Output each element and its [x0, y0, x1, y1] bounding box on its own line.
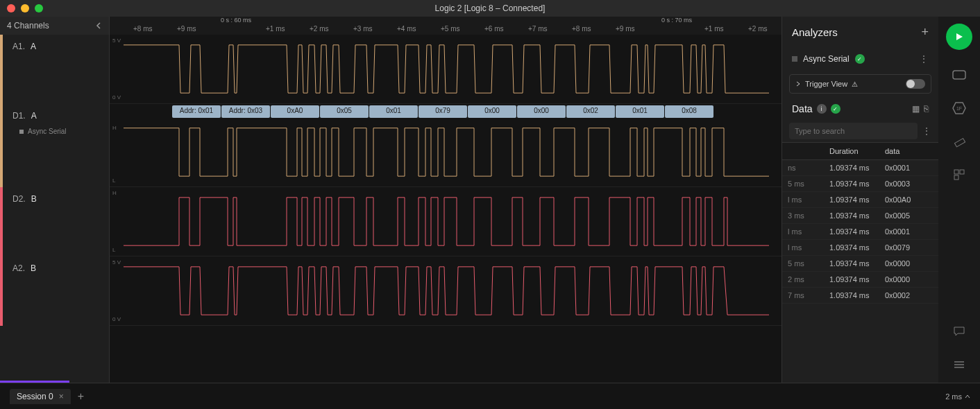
waveform-d1[interactable]: H L Addr: 0x01 Addr: 0x03 0xA0 0x05 0x01…	[110, 104, 782, 187]
trigger-view-row[interactable]: Trigger View ⚠	[789, 74, 931, 94]
check-icon: ✓	[831, 104, 840, 114]
svg-text:1F: 1F	[956, 106, 962, 111]
zoom-indicator[interactable]: 2 ms	[945, 392, 970, 401]
data-options-button[interactable]: ⋮	[922, 125, 931, 137]
add-analyzer-button[interactable]: +	[921, 25, 929, 40]
check-icon: ✓	[855, 54, 865, 64]
table-row[interactable]: 7 ms1.09374 ms0x0002	[782, 288, 938, 304]
channel-sidebar: 4 Channels A1.A D1.A Async Serial D2.B A…	[0, 17, 110, 383]
start-capture-button[interactable]	[946, 24, 972, 50]
table-row[interactable]: l ms1.09374 ms0x0079	[782, 240, 938, 256]
window-title: Logic 2 [Logic 8 – Connected]	[435, 3, 546, 13]
svg-rect-5	[954, 175, 958, 180]
time-ruler[interactable]: 0 s : 60 ms 0 s : 70 ms +8 ms +9 ms +1 m…	[110, 17, 782, 35]
close-window-button[interactable]	[7, 4, 15, 12]
data-search-input[interactable]	[789, 123, 918, 139]
feedback-icon[interactable]	[951, 323, 968, 340]
channel-analyzer-label: Async Serial	[12, 128, 99, 135]
maximize-window-button[interactable]	[35, 4, 43, 12]
waveform-a2[interactable]: 5 V 0 V	[110, 256, 782, 326]
table-row[interactable]: 5 ms1.09374 ms0x0003	[782, 176, 938, 192]
hex-1f-icon[interactable]: 1F	[951, 100, 968, 116]
trigger-toggle[interactable]	[906, 79, 925, 89]
add-session-button[interactable]: +	[78, 390, 84, 403]
table-row[interactable]: 5 ms1.09374 ms0x0000	[782, 256, 938, 272]
session-tab[interactable]: Session 0 ×	[10, 389, 71, 404]
window-controls	[0, 4, 43, 12]
svg-rect-3	[954, 170, 958, 174]
tool-rail: 1F	[938, 17, 980, 383]
channel-count: 4 Channels	[7, 21, 49, 31]
table-row[interactable]: 3 ms1.09374 ms0x0005	[782, 208, 938, 224]
info-icon[interactable]: i	[817, 104, 827, 114]
channel-d1[interactable]: D1.A Async Serial	[0, 104, 109, 187]
data-table[interactable]: Duration data ns1.09374 ms0x00015 ms1.09…	[782, 142, 938, 383]
capture-progress	[0, 381, 69, 383]
settings-icon[interactable]	[951, 356, 968, 373]
session-tabbar: Session 0 × + 2 ms	[0, 383, 980, 409]
svg-rect-4	[960, 170, 964, 174]
waveform-area[interactable]: 0 s : 60 ms 0 s : 70 ms +8 ms +9 ms +1 m…	[110, 17, 782, 383]
channel-d2[interactable]: D2.B	[0, 187, 109, 256]
analyzers-header: Analyzers +	[782, 17, 938, 48]
sidebar-header: 4 Channels	[0, 17, 109, 35]
analyzer-async-serial[interactable]: Async Serial ✓ ⋮	[782, 48, 938, 70]
analyzer-color-swatch	[792, 56, 797, 62]
chevron-up-icon	[965, 394, 970, 399]
minimize-window-button[interactable]	[21, 4, 29, 12]
svg-rect-0	[953, 71, 965, 79]
analyzer-panel: Analyzers + Async Serial ✓ ⋮ Trigger Vie…	[782, 17, 938, 383]
titlebar: Logic 2 [Logic 8 – Connected]	[0, 0, 980, 17]
device-icon[interactable]	[951, 67, 968, 83]
waveform-d2[interactable]: H L	[110, 187, 782, 256]
measure-icon[interactable]	[951, 133, 968, 150]
channel-a2[interactable]: A2.B	[0, 256, 109, 326]
data-section-header: Data i ✓ ▦ ⎘	[782, 98, 938, 120]
terminal-view-icon[interactable]: ⎘	[924, 104, 929, 114]
table-row[interactable]: 2 ms1.09374 ms0x0000	[782, 272, 938, 288]
collapse-sidebar-icon[interactable]	[95, 20, 102, 31]
table-view-icon[interactable]: ▦	[912, 104, 920, 114]
warning-icon: ⚠	[852, 80, 858, 88]
chevron-right-icon	[795, 81, 801, 87]
table-row[interactable]: l ms1.09374 ms0x0001	[782, 224, 938, 240]
close-tab-icon[interactable]: ×	[59, 392, 64, 401]
analyzer-menu-button[interactable]: ⋮	[919, 53, 929, 64]
table-row[interactable]: ns1.09374 ms0x0001	[782, 160, 938, 176]
channel-a1[interactable]: A1.A	[0, 35, 109, 104]
waveform-a1[interactable]: 5 V 0 V	[110, 35, 782, 104]
table-row[interactable]: l ms1.09374 ms0x00A0	[782, 192, 938, 208]
svg-rect-2	[954, 139, 965, 147]
extensions-icon[interactable]	[951, 166, 968, 183]
